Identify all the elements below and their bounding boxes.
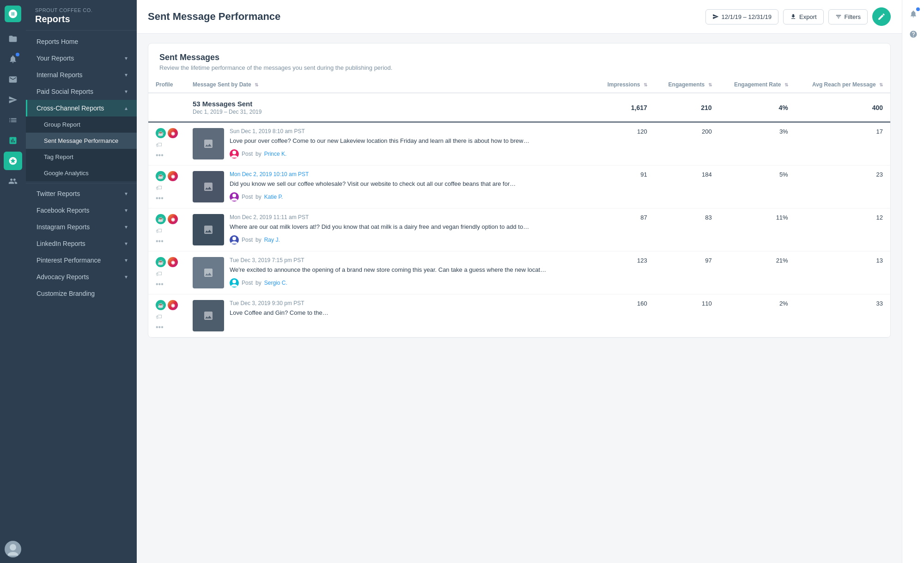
col-avg-reach[interactable]: Avg Reach per Message ⇅ <box>796 77 890 93</box>
nav-analytics-icon[interactable] <box>4 131 22 150</box>
sidebar-item-tag-report[interactable]: Tag Report <box>26 149 137 165</box>
post-type: Post <box>242 280 253 286</box>
nav-social-icon[interactable] <box>4 172 22 190</box>
message-text-block: Sun Dec 1, 2019 8:10 am PST Love pour ov… <box>230 128 587 159</box>
sidebar-item-cross-channel[interactable]: Cross-Channel Reports ▴ <box>26 100 137 116</box>
app-logo[interactable] <box>5 6 21 22</box>
message-engagements: 200 <box>655 122 719 165</box>
sidebar-item-sent-message[interactable]: Sent Message Performance <box>26 133 137 149</box>
sidebar-item-paid-social[interactable]: Paid Social Reports ▾ <box>26 83 137 100</box>
nav-folder-icon[interactable] <box>4 30 22 48</box>
sprout-icon: ☕ <box>156 128 166 138</box>
table-row: ☕ ◉ 🏷 ••• Mon Dec 2, 2019 10:10 am PST D… <box>148 165 890 208</box>
sidebar-item-twitter[interactable]: Twitter Reports ▾ <box>26 185 137 202</box>
message-author: Post by Sergio C. <box>230 278 587 288</box>
tag-icon[interactable]: 🏷 <box>156 313 162 320</box>
nav-publish-icon[interactable] <box>4 91 22 109</box>
profile-icons: ☕ ◉ <box>156 257 178 267</box>
sidebar-item-pinterest[interactable]: Pinterest Performance ▾ <box>26 252 137 269</box>
sprout-icon: ☕ <box>156 214 166 224</box>
thumb-placeholder <box>193 128 224 159</box>
more-options-icon[interactable]: ••• <box>156 194 164 202</box>
profile-cell: ☕ ◉ 🏷 ••• <box>156 171 178 202</box>
compose-button[interactable] <box>872 7 891 26</box>
table-header: Profile Message Sent by Date ⇅ Impressio… <box>148 77 890 93</box>
message-engagements: 83 <box>655 208 719 251</box>
svg-point-4 <box>232 280 236 283</box>
col-engagements[interactable]: Engagements ⇅ <box>655 77 719 93</box>
group-report-label: Group Report <box>44 121 80 128</box>
message-content-cell: Sun Dec 1, 2019 8:10 am PST Love pour ov… <box>185 122 594 165</box>
tag-icon[interactable]: 🏷 <box>156 141 162 148</box>
tag-icon[interactable]: 🏷 <box>156 184 162 191</box>
chevron-down-icon: ▾ <box>125 224 128 230</box>
message-profile-cell: ☕ ◉ 🏷 ••• <box>148 165 185 208</box>
export-button[interactable]: Export <box>783 9 824 24</box>
table-body: 53 Messages Sent Dec 1, 2019 – Dec 31, 2… <box>148 93 890 337</box>
sidebar-item-advocacy[interactable]: Advocacy Reports ▾ <box>26 269 137 285</box>
message-body: Love Coffee and Gin? Come to the… <box>230 308 587 318</box>
instagram-icon: ◉ <box>168 171 178 181</box>
notifications-icon[interactable] <box>905 6 922 22</box>
more-options-icon[interactable]: ••• <box>156 151 164 159</box>
sidebar-item-facebook[interactable]: Facebook Reports ▾ <box>26 202 137 219</box>
message-date: Mon Dec 2, 2019 11:11 am PST <box>230 214 309 220</box>
sprout-icon: ☕ <box>156 171 166 181</box>
chevron-down-icon: ▾ <box>125 274 128 280</box>
chevron-down-icon: ▾ <box>125 72 128 78</box>
compose-icon <box>877 12 886 21</box>
more-options-icon[interactable]: ••• <box>156 237 164 245</box>
sidebar-item-group-report[interactable]: Group Report <box>26 116 137 133</box>
nav-reports-icon[interactable] <box>4 152 22 170</box>
messages-table: Profile Message Sent by Date ⇅ Impressio… <box>148 77 890 337</box>
author-link[interactable]: Prince K. <box>264 151 287 157</box>
profile-icons: ☕ ◉ <box>156 300 178 310</box>
sidebar-item-linkedin[interactable]: LinkedIn Reports ▾ <box>26 235 137 252</box>
customize-branding-label: Customize Branding <box>36 290 95 297</box>
nav-tasks-icon[interactable] <box>4 111 22 129</box>
message-text-block: Mon Dec 2, 2019 10:10 am PST Did you kno… <box>230 171 587 202</box>
company-name: Sprout Coffee Co. <box>35 7 128 13</box>
thumb-placeholder <box>193 214 224 245</box>
sidebar-item-google-analytics[interactable]: Google Analytics <box>26 165 137 181</box>
message-body: We're excited to announce the opening of… <box>230 265 587 275</box>
message-thumbnail <box>193 300 224 331</box>
nav-inbox-icon[interactable] <box>4 70 22 89</box>
page-title: Sent Message Performance <box>148 11 280 23</box>
sidebar: Sprout Coffee Co. Reports Reports Home Y… <box>26 0 137 563</box>
sidebar-item-your-reports[interactable]: Your Reports ▾ <box>26 50 137 67</box>
col-engagement-rate[interactable]: Engagement Rate ⇅ <box>719 77 796 93</box>
author-link[interactable]: Sergio C. <box>264 280 287 286</box>
col-message-date[interactable]: Message Sent by Date ⇅ <box>185 77 594 93</box>
author-link[interactable]: Katie P. <box>264 194 283 200</box>
thumb-placeholder <box>193 171 224 202</box>
user-avatar[interactable] <box>5 541 21 557</box>
tag-icon[interactable]: 🏷 <box>156 270 162 277</box>
author-avatar <box>230 149 239 159</box>
message-engagement-rate: 5% <box>719 165 796 208</box>
profile-cell: ☕ ◉ 🏷 ••• <box>156 214 178 245</box>
filters-button[interactable]: Filters <box>828 9 868 24</box>
message-date: Tue Dec 3, 2019 7:15 pm PST <box>230 257 304 263</box>
chevron-up-icon: ▴ <box>125 105 128 111</box>
sidebar-item-instagram[interactable]: Instagram Reports ▾ <box>26 219 137 235</box>
tag-icon[interactable]: 🏷 <box>156 227 162 234</box>
sprout-icon: ☕ <box>156 300 166 310</box>
help-icon[interactable] <box>905 26 922 43</box>
sidebar-item-internal-reports[interactable]: Internal Reports ▾ <box>26 67 137 83</box>
col-impressions[interactable]: Impressions ⇅ <box>594 77 655 93</box>
date-range-button[interactable]: 12/1/19 – 12/31/19 <box>705 9 778 24</box>
report-section-title: Sent Messages <box>159 53 879 62</box>
message-impressions: 120 <box>594 122 655 165</box>
message-profile-cell: ☕ ◉ 🏷 ••• <box>148 294 185 337</box>
message-text-block: Tue Dec 3, 2019 7:15 pm PST We're excite… <box>230 257 587 288</box>
author-link[interactable]: Ray J. <box>264 237 280 243</box>
msg-content-cell: Tue Dec 3, 2019 9:30 pm PST Love Coffee … <box>193 300 587 331</box>
message-date-link[interactable]: Mon Dec 2, 2019 10:10 am PST <box>230 171 309 177</box>
more-options-icon[interactable]: ••• <box>156 323 164 331</box>
sidebar-item-reports-home[interactable]: Reports Home <box>26 33 137 50</box>
nav-alert-icon[interactable] <box>4 50 22 68</box>
more-options-icon[interactable]: ••• <box>156 280 164 288</box>
sidebar-item-customize-branding[interactable]: Customize Branding <box>26 285 137 302</box>
profile-icons: ☕ ◉ <box>156 171 178 181</box>
